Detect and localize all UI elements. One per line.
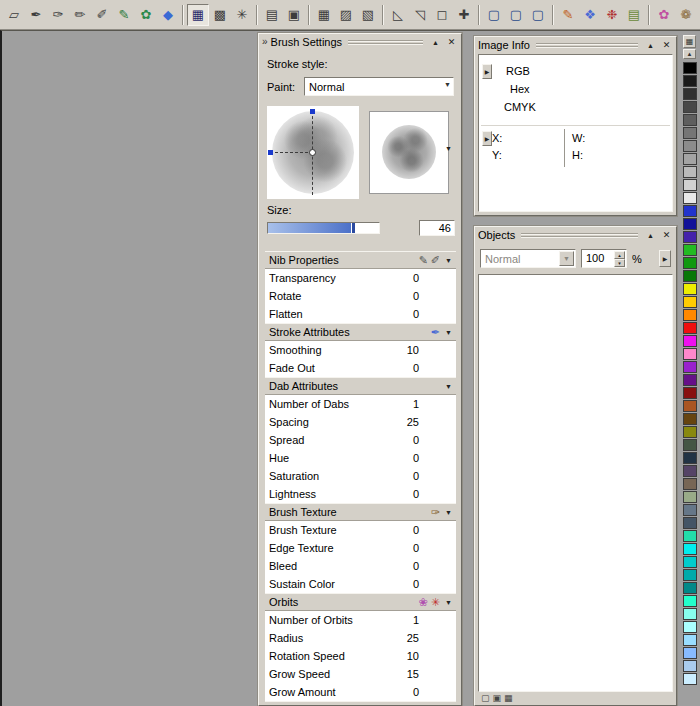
color-swatch[interactable] [683, 543, 697, 555]
property-row[interactable]: Fade Out0 [265, 359, 456, 377]
color-swatch[interactable] [683, 205, 697, 217]
color-swatch[interactable] [683, 231, 697, 243]
titlebar-grab-handle[interactable] [521, 233, 638, 238]
color-swatch[interactable] [683, 465, 697, 477]
blend-mode-combo[interactable]: Normal ▼ [480, 249, 576, 268]
color-swatch[interactable] [683, 517, 697, 529]
new-mask-icon[interactable]: ▣ [493, 694, 502, 703]
property-row[interactable]: Grow Speed15 [265, 665, 456, 683]
size-input[interactable]: 46 [419, 220, 455, 236]
property-value[interactable]: 25 [407, 632, 419, 644]
property-row[interactable]: Spread0 [265, 431, 456, 449]
color-mode-expand-button[interactable]: ▶ [482, 64, 492, 79]
property-value[interactable]: 10 [407, 344, 419, 356]
felt-pen-tool[interactable]: ✑ [47, 4, 69, 26]
nib-handle-top[interactable] [310, 109, 315, 114]
property-row[interactable]: Saturation0 [265, 467, 456, 485]
property-row[interactable]: Rotate0 [265, 287, 456, 305]
color-swatch[interactable] [683, 400, 697, 412]
property-row[interactable]: Sustain Color0 [265, 575, 456, 593]
size-slider[interactable] [267, 222, 380, 234]
objects-list[interactable] [478, 274, 673, 692]
pencil-tool[interactable]: ✏ [69, 4, 91, 26]
property-row[interactable]: Rotation Speed10 [265, 647, 456, 665]
property-row[interactable]: Flatten0 [265, 305, 456, 323]
monitor-icon-1[interactable]: ▢ [483, 4, 505, 26]
image-info-titlebar[interactable]: Image Info ▲ ✕ [475, 37, 676, 53]
collapse-button[interactable]: ▲ [644, 39, 657, 52]
spin-down-icon[interactable]: ▾ [614, 259, 625, 267]
gear-icon[interactable]: ❁ [675, 4, 697, 26]
section-header[interactable]: Brush Texture✑▼ [265, 503, 456, 521]
color-swatch[interactable] [683, 491, 697, 503]
section-header[interactable] [265, 701, 456, 704]
chevron-down-icon[interactable]: ▼ [444, 81, 451, 88]
size-slider-thumb[interactable] [351, 223, 355, 233]
flower-icon[interactable]: ✿ [653, 4, 675, 26]
property-row[interactable]: Lightness0 [265, 485, 456, 503]
color-swatch[interactable] [683, 244, 697, 256]
property-row[interactable]: Radius25 [265, 629, 456, 647]
nib-shape-editor[interactable] [267, 106, 359, 199]
checker-icon[interactable]: ▨ [335, 4, 357, 26]
pen-tool[interactable]: ✒ [25, 4, 47, 26]
chevron-down-icon[interactable]: ▼ [443, 329, 452, 336]
mirror-icon[interactable]: ◹ [409, 4, 431, 26]
color-swatch[interactable] [683, 595, 697, 607]
palette-icon[interactable]: ❉ [601, 4, 623, 26]
section-header[interactable]: Nib Properties✎✐▼ [265, 251, 456, 269]
color-swatch[interactable] [683, 504, 697, 516]
color-swatch[interactable] [683, 634, 697, 646]
eraser-tool[interactable]: ▱ [3, 4, 25, 26]
color-swatch[interactable] [683, 647, 697, 659]
position-expand-button[interactable]: ▶ [482, 131, 492, 146]
property-value[interactable]: 0 [413, 362, 419, 374]
texture-brush-icon[interactable]: ✑ [431, 507, 440, 518]
stroke-flyout-icon[interactable]: ▣ [283, 4, 305, 26]
property-row[interactable]: Brush Texture0 [265, 521, 456, 539]
color-swatch[interactable] [683, 179, 697, 191]
section-header[interactable]: Orbits❀✳▼ [265, 593, 456, 611]
property-value[interactable]: 0 [413, 560, 419, 572]
chevron-down-icon[interactable]: ▼ [443, 383, 452, 390]
angle-icon[interactable]: ◺ [387, 4, 409, 26]
property-row[interactable]: Smoothing10 [265, 341, 456, 359]
delete-object-icon[interactable]: ▦ [504, 694, 513, 703]
nib-handle-center[interactable] [309, 149, 316, 156]
nib-shape-square[interactable]: ▦ [187, 4, 209, 26]
property-value[interactable]: 0 [413, 488, 419, 500]
opacity-spinner[interactable]: 100 ▴ ▾ [581, 249, 627, 268]
color-brush-icon[interactable]: ✎ [557, 4, 579, 26]
close-button[interactable]: ✕ [660, 39, 673, 52]
spray-icon[interactable]: ❖ [579, 4, 601, 26]
property-row[interactable]: Spacing25 [265, 413, 456, 431]
color-swatch[interactable] [683, 374, 697, 386]
brush-settings-titlebar[interactable]: » Brush Settings ▲ ✕ [259, 34, 461, 50]
color-swatch[interactable] [683, 88, 697, 100]
titlebar-grab-handle[interactable] [536, 43, 638, 48]
new-object-icon[interactable]: ▢ [481, 694, 490, 703]
color-swatch[interactable] [683, 413, 697, 425]
docker-chevron-icon[interactable]: » [262, 37, 268, 47]
chevron-down-icon[interactable]: ▼ [443, 599, 452, 606]
color-swatch[interactable] [683, 270, 697, 282]
collapse-button[interactable]: ▲ [429, 36, 442, 49]
pattern-icon[interactable]: ▦ [313, 4, 335, 26]
color-swatch[interactable] [683, 361, 697, 373]
color-swatch[interactable] [683, 348, 697, 360]
pen-icon[interactable]: ✎ [419, 255, 428, 266]
color-swatch[interactable] [683, 673, 697, 685]
color-swatch[interactable] [683, 283, 697, 295]
brush-icon[interactable]: ✐ [431, 255, 440, 266]
color-swatch[interactable] [683, 387, 697, 399]
orbit-flower-icon[interactable]: ❀ [419, 597, 428, 608]
chevron-down-icon[interactable]: ▼ [443, 509, 452, 516]
property-value[interactable]: 0 [413, 308, 419, 320]
nib-sparkle[interactable]: ✳ [231, 4, 253, 26]
color-swatch[interactable] [683, 153, 697, 165]
property-value[interactable]: 25 [407, 416, 419, 428]
color-swatch[interactable] [683, 582, 697, 594]
color-swatch[interactable] [683, 478, 697, 490]
property-value[interactable]: 0 [413, 578, 419, 590]
color-swatch[interactable] [683, 439, 697, 451]
